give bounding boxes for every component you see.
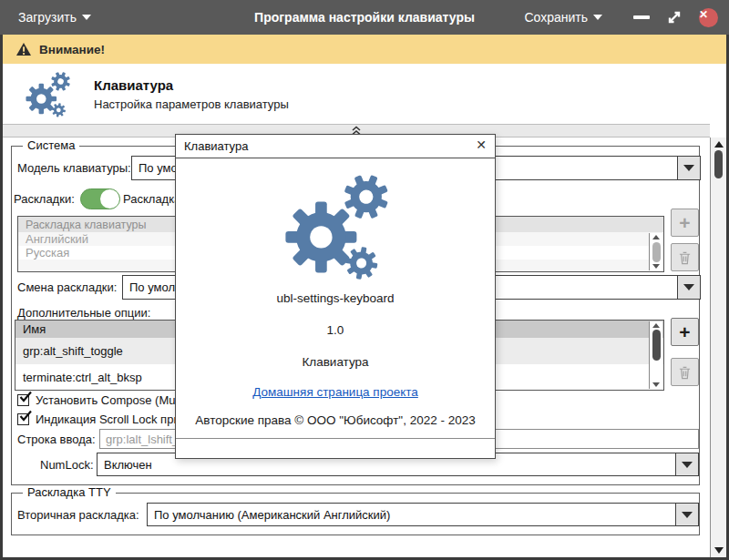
delete-layout-button xyxy=(671,243,699,271)
delete-option-button xyxy=(671,358,699,386)
dialog-app-id: ubl-settings-keyboard xyxy=(276,291,394,305)
dialog-footer xyxy=(176,438,495,458)
trash-icon xyxy=(678,250,692,265)
about-gears-icon xyxy=(275,168,395,287)
keyboard-model-label: Модель клавиатуры: xyxy=(17,161,131,175)
checkbox-checked-icon[interactable] xyxy=(17,413,29,425)
plus-icon: + xyxy=(679,213,690,232)
dialog-close-icon[interactable]: ✕ xyxy=(476,137,487,152)
scroll-down-icon[interactable] xyxy=(652,264,660,269)
warning-text: Внимание! xyxy=(39,43,105,56)
layouts-toggle-switch[interactable] xyxy=(80,188,120,209)
warning-icon xyxy=(15,42,32,56)
minimize-icon[interactable] xyxy=(633,15,650,19)
toggle-knob xyxy=(101,190,118,208)
save-menu-label: Сохранить xyxy=(524,10,588,25)
dropdown-arrow-icon xyxy=(682,512,693,518)
extra-options-label: Дополнительные опции: xyxy=(17,306,150,320)
load-menu-label: Загрузить xyxy=(18,10,77,25)
numlock-label: NumLock: xyxy=(40,458,94,472)
trash-icon xyxy=(678,365,692,380)
scrollbar-thumb[interactable] xyxy=(714,150,723,178)
layouts-label: Раскладки: xyxy=(14,192,75,206)
tty-group-legend: Раскладка TTY xyxy=(23,485,116,499)
load-menu-button[interactable]: Загрузить xyxy=(18,10,91,25)
close-icon[interactable]: ✕ xyxy=(699,8,718,27)
keyboard-settings-gears-icon xyxy=(14,69,81,120)
scrollbar-thumb[interactable] xyxy=(652,242,661,262)
layout-switch-label: Смена раскладки: xyxy=(17,280,117,294)
input-string-label: Строка ввода: xyxy=(17,433,96,446)
maximize-icon[interactable] xyxy=(665,8,683,26)
add-option-button[interactable]: + xyxy=(671,318,699,346)
scroll-up-icon[interactable] xyxy=(652,323,660,328)
dropdown-arrow-icon xyxy=(682,462,693,468)
checkbox-checked-icon[interactable] xyxy=(17,394,29,406)
scroll-down-icon[interactable] xyxy=(652,382,660,387)
layouts-table-scrollbar[interactable] xyxy=(649,233,662,270)
page-subtitle: Настройка параметров клавиатуры xyxy=(94,97,289,111)
dialog-copyright: Авторские права © ООО "Юбисофт", 2022 - … xyxy=(195,413,475,427)
chevron-down-icon xyxy=(82,15,91,20)
window-frame: Внимание! Клавиатура Настройка параметро… xyxy=(0,35,729,560)
secondary-layout-value: По умолчанию (Американский Английский) xyxy=(148,504,675,525)
project-homepage-link[interactable]: Домашняя страница проекта xyxy=(252,385,418,399)
page-header: Клавиатура Настройка параметров клавиату… xyxy=(3,65,726,124)
scroll-up-icon[interactable] xyxy=(714,141,724,148)
main-scrollbar[interactable] xyxy=(710,137,726,557)
dropdown-arrow-icon xyxy=(683,165,694,171)
about-dialog: Клавиатура ✕ ubl-settings-keyboard 1.0 К… xyxy=(175,134,496,459)
dialog-version: 1.0 xyxy=(327,323,344,337)
extra-options-table-scrollbar[interactable] xyxy=(649,321,662,389)
scrollbar-thumb[interactable] xyxy=(652,330,661,361)
add-layout-button: + xyxy=(671,209,699,237)
dialog-title: Клавиатура xyxy=(184,139,248,153)
tty-groupbox: Раскладка TTY Вторичная раскладка: По ум… xyxy=(11,493,700,535)
scroll-down-icon[interactable] xyxy=(714,547,724,554)
secondary-layout-label: Вторичная раскладка: xyxy=(17,508,139,522)
dialog-titlebar: Клавиатура ✕ xyxy=(176,135,495,158)
page-title: Клавиатура xyxy=(94,77,289,93)
scroll-up-icon[interactable] xyxy=(652,235,660,239)
secondary-layout-select[interactable]: По умолчанию (Американский Английский) xyxy=(147,503,699,526)
titlebar: Загрузить Программа настройки клавиатуры… xyxy=(0,0,729,35)
save-menu-button[interactable]: Сохранить xyxy=(524,10,602,25)
warning-bar: Внимание! xyxy=(3,35,726,65)
dropdown-arrow-icon xyxy=(683,284,694,290)
app-window: Загрузить Программа настройки клавиатуры… xyxy=(0,0,729,560)
system-group-legend: Система xyxy=(23,138,79,152)
plus-icon: + xyxy=(679,322,690,341)
chevron-down-icon xyxy=(593,15,602,20)
dialog-app-name: Клавиатура xyxy=(302,355,368,369)
